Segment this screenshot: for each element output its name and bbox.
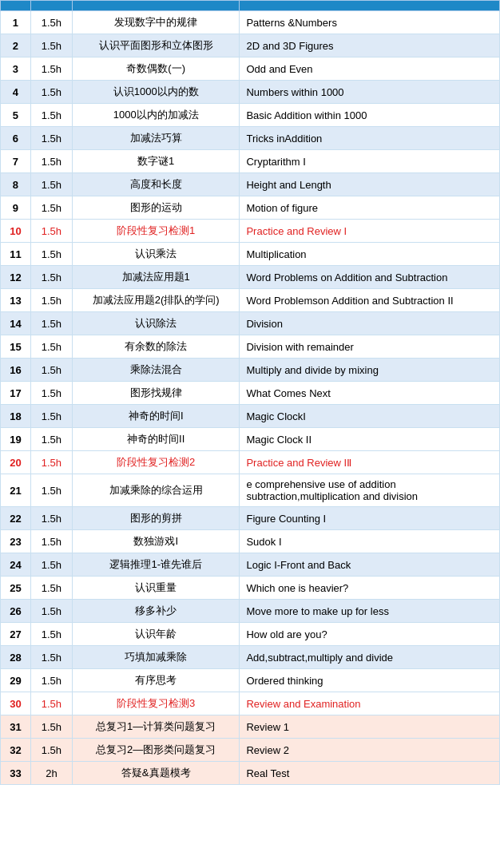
row-cn: 1000以内的加减法 xyxy=(72,104,240,127)
row-num: 23 xyxy=(1,530,31,553)
row-cn: 答疑&真题模考 xyxy=(72,762,240,785)
row-en: Word Problemson Addition and Subtraction… xyxy=(240,289,500,312)
row-en: Review 1 xyxy=(240,715,500,739)
row-cn: 高度和长度 xyxy=(72,173,240,196)
row-time: 1.5h xyxy=(30,530,72,553)
row-time: 1.5h xyxy=(30,243,72,266)
row-cn: 认识平面图形和立体图形 xyxy=(72,34,240,57)
row-time: 1.5h xyxy=(30,405,72,428)
row-en: Tricks inAddition xyxy=(240,127,500,150)
row-cn: 加减法应用题1 xyxy=(72,266,240,289)
header-en-outline xyxy=(240,1,500,11)
row-cn: 认识乘法 xyxy=(72,243,240,266)
row-cn: 阶段性复习检测2 xyxy=(72,451,240,474)
row-time: 1.5h xyxy=(30,173,72,196)
row-en: Cryptarithm I xyxy=(240,150,500,173)
row-en: Multiplication xyxy=(240,243,500,266)
row-num: 22 xyxy=(1,507,31,530)
row-en: Division xyxy=(240,312,500,335)
row-time: 1.5h xyxy=(30,600,72,623)
row-en: How old are you? xyxy=(240,623,500,646)
row-time: 1.5h xyxy=(30,577,72,600)
row-cn: 神奇的时间II xyxy=(72,428,240,451)
row-cn: 加减法巧算 xyxy=(72,127,240,150)
row-cn: 发现数字中的规律 xyxy=(72,11,240,34)
row-en: Height and Length xyxy=(240,173,500,196)
row-num: 9 xyxy=(1,196,31,220)
row-en: Basic Addition within 1000 xyxy=(240,104,500,127)
row-time: 1.5h xyxy=(30,289,72,312)
row-num: 28 xyxy=(1,646,31,669)
row-time: 1.5h xyxy=(30,220,72,243)
row-en: Multiply and divide by mixing xyxy=(240,359,500,382)
row-time: 1.5h xyxy=(30,335,72,359)
row-num: 10 xyxy=(1,220,31,243)
row-num: 32 xyxy=(1,739,31,762)
row-num: 8 xyxy=(1,173,31,196)
row-cn: 认识重量 xyxy=(72,577,240,600)
row-cn: 数独游戏I xyxy=(72,530,240,553)
row-time: 1.5h xyxy=(30,57,72,81)
row-time: 1.5h xyxy=(30,474,72,507)
row-time: 2h xyxy=(30,762,72,785)
row-num: 19 xyxy=(1,428,31,451)
row-time: 1.5h xyxy=(30,669,72,692)
row-time: 1.5h xyxy=(30,127,72,150)
row-num: 3 xyxy=(1,57,31,81)
row-cn: 认识除法 xyxy=(72,312,240,335)
row-en: Move more to make up for less xyxy=(240,600,500,623)
row-time: 1.5h xyxy=(30,104,72,127)
row-time: 1.5h xyxy=(30,196,72,220)
row-time: 1.5h xyxy=(30,553,72,577)
row-cn: 奇数偶数(一) xyxy=(72,57,240,81)
row-en: Practice and Review IⅡ xyxy=(240,451,500,474)
row-num: 21 xyxy=(1,474,31,507)
row-num: 33 xyxy=(1,762,31,785)
row-num: 12 xyxy=(1,266,31,289)
row-cn: 有序思考 xyxy=(72,669,240,692)
row-num: 7 xyxy=(1,150,31,173)
row-num: 5 xyxy=(1,104,31,127)
row-time: 1.5h xyxy=(30,81,72,104)
row-num: 14 xyxy=(1,312,31,335)
row-num: 26 xyxy=(1,600,31,623)
course-table: 1 1.5h 发现数字中的规律 Patterns &Numbers 2 1.5h… xyxy=(0,0,500,785)
row-num: 27 xyxy=(1,623,31,646)
row-time: 1.5h xyxy=(30,266,72,289)
row-cn: 总复习1—计算类问题复习 xyxy=(72,715,240,739)
row-num: 25 xyxy=(1,577,31,600)
row-en: Sudok I xyxy=(240,530,500,553)
row-cn: 图形的运动 xyxy=(72,196,240,220)
row-en: Odd and Even xyxy=(240,57,500,81)
row-num: 31 xyxy=(1,715,31,739)
row-time: 1.5h xyxy=(30,359,72,382)
row-num: 13 xyxy=(1,289,31,312)
row-time: 1.5h xyxy=(30,507,72,530)
row-en: Ordered thinking xyxy=(240,669,500,692)
row-time: 1.5h xyxy=(30,623,72,646)
row-time: 1.5h xyxy=(30,451,72,474)
row-en: Patterns &Numbers xyxy=(240,11,500,34)
row-cn: 乘除法混合 xyxy=(72,359,240,382)
row-time: 1.5h xyxy=(30,382,72,405)
row-time: 1.5h xyxy=(30,11,72,34)
row-en: Division with remainder xyxy=(240,335,500,359)
row-num: 15 xyxy=(1,335,31,359)
row-cn: 有余数的除法 xyxy=(72,335,240,359)
row-cn: 巧填加减乘除 xyxy=(72,646,240,669)
row-num: 29 xyxy=(1,669,31,692)
row-en: Figure Counting I xyxy=(240,507,500,530)
header-num xyxy=(1,1,31,11)
row-en: Practice and Review I xyxy=(240,220,500,243)
row-cn: 总复习2—图形类问题复习 xyxy=(72,739,240,762)
row-cn: 逻辑推理1-谁先谁后 xyxy=(72,553,240,577)
row-time: 1.5h xyxy=(30,739,72,762)
row-time: 1.5h xyxy=(30,150,72,173)
row-en: Add,subtract,multiply and divide xyxy=(240,646,500,669)
row-time: 1.5h xyxy=(30,692,72,715)
row-cn: 图形找规律 xyxy=(72,382,240,405)
row-num: 18 xyxy=(1,405,31,428)
row-en: Logic I-Front and Back xyxy=(240,553,500,577)
header-cn-outline xyxy=(72,1,240,11)
row-num: 11 xyxy=(1,243,31,266)
